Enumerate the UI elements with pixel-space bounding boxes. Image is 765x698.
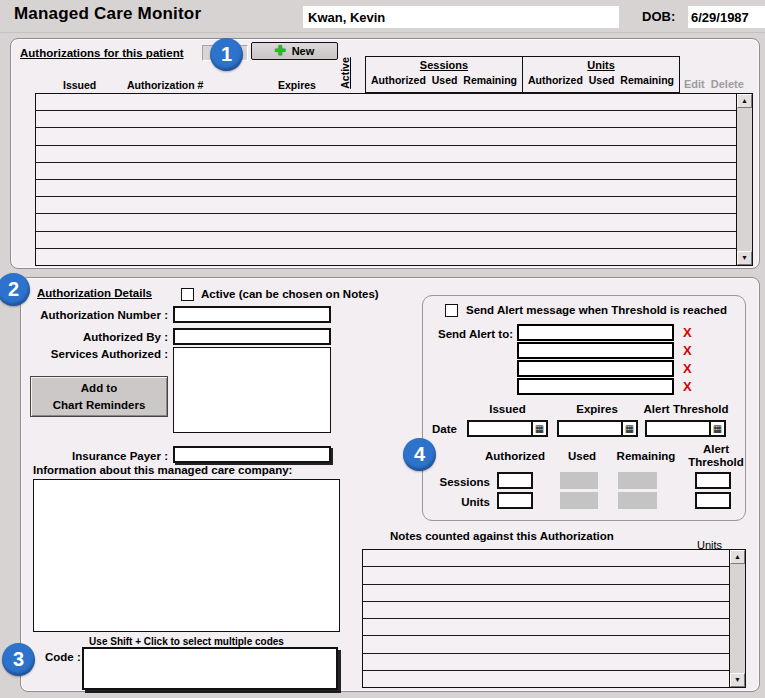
services-authorized-textarea[interactable] xyxy=(173,347,331,433)
notes-rows xyxy=(363,550,729,687)
units-remaining-readonly xyxy=(618,492,657,509)
notes-scrollbar[interactable]: ▲ ▼ xyxy=(729,550,745,687)
table-row[interactable] xyxy=(36,249,736,265)
sessions-group-title: Sessions xyxy=(366,57,522,71)
code-label: Code : xyxy=(45,651,81,663)
managed-care-info-textarea[interactable] xyxy=(33,479,340,632)
expires-date-header: Expires xyxy=(557,403,637,415)
services-authorized-label: Services Authorized : xyxy=(0,348,168,360)
scroll-up-button[interactable]: ▲ xyxy=(730,550,745,564)
table-row[interactable] xyxy=(36,111,736,128)
notes-row[interactable] xyxy=(363,550,729,567)
active-checkbox[interactable] xyxy=(181,288,194,301)
notes-listbox[interactable]: ▲ ▼ xyxy=(362,549,746,688)
units-remaining-header: Remaining xyxy=(620,74,674,86)
send-alert-to-label: Send Alert to: xyxy=(421,328,513,340)
annotation-badge-1: 1 xyxy=(210,38,243,71)
sessions-units-header: Sessions Authorized Used Remaining Units… xyxy=(365,56,680,93)
authorizations-scrollbar[interactable]: ▲ ▼ xyxy=(736,94,752,265)
table-row[interactable] xyxy=(36,197,736,214)
new-authorization-button[interactable]: ✚ New xyxy=(251,42,338,60)
table-row[interactable] xyxy=(36,180,736,197)
notes-row[interactable] xyxy=(363,671,729,687)
insurance-payer-input[interactable] xyxy=(173,446,331,463)
patient-name-field[interactable] xyxy=(303,6,619,28)
issued-date-input[interactable] xyxy=(467,420,533,437)
expires-date-input[interactable] xyxy=(557,420,623,437)
add-to-chart-reminders-button[interactable]: Add to Chart Reminders xyxy=(30,376,168,417)
authorizations-table[interactable]: ▲ ▼ xyxy=(35,93,753,266)
table-row[interactable] xyxy=(36,128,736,145)
notes-row[interactable] xyxy=(363,602,729,619)
insurance-payer-label: Insurance Payer : xyxy=(0,450,168,462)
managed-care-info-label: Information about this managed care comp… xyxy=(33,464,292,476)
alert-recipient-row: X xyxy=(517,342,692,359)
date-row-label: Date xyxy=(432,423,457,435)
notes-row[interactable] xyxy=(363,585,729,602)
remove-recipient-button[interactable]: X xyxy=(683,325,692,340)
sessions-used-readonly xyxy=(560,472,598,489)
dob-field[interactable] xyxy=(688,6,765,28)
sessions-header-group: Sessions Authorized Used Remaining xyxy=(366,57,523,92)
sessions-alert-threshold-input[interactable] xyxy=(695,472,731,489)
sessions-remaining-readonly xyxy=(618,472,657,489)
delete-header[interactable]: Delete xyxy=(711,78,744,90)
header-divider xyxy=(0,32,765,33)
calendar-icon[interactable]: ▦ xyxy=(623,420,638,437)
alert-recipients: X X X X xyxy=(517,324,692,395)
units-used-header: Used xyxy=(589,74,615,86)
alert-recipient-row: X xyxy=(517,324,692,341)
alert-threshold-date-input[interactable] xyxy=(645,420,711,437)
sessions-authorized-header: Authorized xyxy=(371,74,426,86)
alert-recipient-input[interactable] xyxy=(517,342,674,359)
edit-header[interactable]: Edit xyxy=(684,78,705,90)
annotation-badge-4: 4 xyxy=(403,438,436,471)
units-authorized-header: Authorized xyxy=(528,74,583,86)
remove-recipient-button[interactable]: X xyxy=(683,361,692,376)
alert-recipient-input[interactable] xyxy=(517,324,674,341)
send-alert-checkbox[interactable] xyxy=(445,304,458,317)
authorization-number-input[interactable] xyxy=(173,306,331,323)
sessions-used-header: Used xyxy=(432,74,458,86)
units-alert-threshold-input[interactable] xyxy=(695,492,731,509)
code-listbox[interactable] xyxy=(82,647,338,690)
calendar-icon[interactable]: ▦ xyxy=(533,420,548,437)
new-button-label: New xyxy=(292,45,315,57)
authorization-details-section-title: Authorization Details xyxy=(37,287,152,299)
sessions-authorized-input[interactable] xyxy=(497,472,533,489)
notes-row[interactable] xyxy=(363,654,729,671)
remove-recipient-button[interactable]: X xyxy=(683,379,692,394)
remove-recipient-button[interactable]: X xyxy=(683,343,692,358)
expires-column-header: Expires xyxy=(278,79,316,91)
issued-date-field: ▦ xyxy=(467,420,548,437)
scroll-up-button[interactable]: ▲ xyxy=(737,94,752,108)
managed-care-monitor-window: Managed Care Monitor DOB: Authorizations… xyxy=(0,0,765,698)
authorization-number-label: Authorization Number : xyxy=(0,309,168,321)
alert-threshold-date-field: ▦ xyxy=(645,420,726,437)
authorized-by-input[interactable] xyxy=(173,328,331,345)
units-group-title: Units xyxy=(523,57,679,71)
table-row[interactable] xyxy=(36,163,736,180)
table-row[interactable] xyxy=(36,214,736,231)
send-alert-checkbox-label: Send Alert message when Threshold is rea… xyxy=(466,304,727,316)
scroll-down-button[interactable]: ▼ xyxy=(737,251,752,265)
plus-icon: ✚ xyxy=(275,46,286,56)
notes-row[interactable] xyxy=(363,636,729,653)
calendar-icon[interactable]: ▦ xyxy=(711,420,726,437)
notes-row[interactable] xyxy=(363,619,729,636)
units-authorized-input[interactable] xyxy=(497,492,533,509)
notes-row[interactable] xyxy=(363,567,729,584)
table-row[interactable] xyxy=(36,232,736,249)
edit-delete-headers: EditDelete xyxy=(684,78,750,90)
authorizations-rows xyxy=(36,94,736,265)
add-reminders-line1: Add to xyxy=(81,382,117,394)
table-row[interactable] xyxy=(36,146,736,163)
dob-label: DOB: xyxy=(642,9,675,24)
alert-recipient-input[interactable] xyxy=(517,378,674,395)
scroll-down-button[interactable]: ▼ xyxy=(730,673,745,687)
table-row[interactable] xyxy=(36,94,736,111)
alert-threshold-date-header: Alert Threshold xyxy=(640,403,732,415)
expires-date-field: ▦ xyxy=(557,420,638,437)
page-title: Managed Care Monitor xyxy=(14,4,201,24)
alert-recipient-input[interactable] xyxy=(517,360,674,377)
